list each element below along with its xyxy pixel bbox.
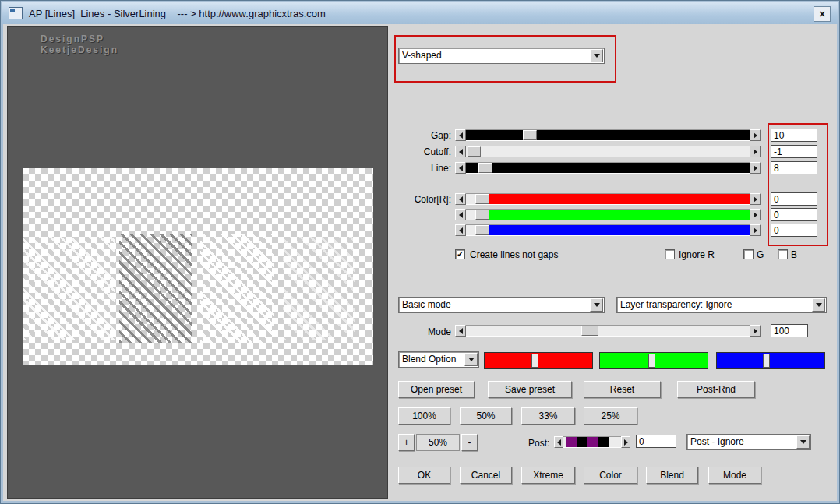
color-green-value-input[interactable]	[771, 208, 817, 221]
left-arrow-icon[interactable]	[455, 325, 466, 337]
preview-area: DesignPSP KeetjeDesign	[7, 26, 388, 499]
cutoff-value-input[interactable]	[771, 145, 817, 158]
left-arrow-icon[interactable]	[455, 224, 466, 236]
reset-button[interactable]: Reset	[584, 381, 661, 398]
color-blue-thumb[interactable]	[475, 225, 489, 235]
right-arrow-icon[interactable]	[750, 162, 761, 174]
mode-slider-track[interactable]	[466, 325, 750, 337]
left-arrow-icon[interactable]	[455, 146, 466, 157]
ok-button[interactable]: OK	[398, 467, 450, 484]
gap-value-input[interactable]	[771, 129, 817, 142]
xtreme-button[interactable]: Xtreme	[521, 467, 575, 484]
gap-slider-thumb[interactable]	[523, 130, 537, 140]
right-arrow-icon[interactable]	[750, 193, 761, 205]
color-red-track[interactable]	[466, 193, 750, 205]
gap-slider-fill	[537, 130, 750, 140]
right-arrow-icon[interactable]	[750, 129, 761, 141]
blend-red-slider[interactable]	[484, 352, 593, 369]
mode-slider[interactable]	[455, 325, 761, 337]
ignore-b-checkbox[interactable]	[778, 249, 788, 259]
line-value-input[interactable]	[771, 161, 817, 174]
color-red-slider[interactable]	[455, 193, 761, 205]
line-slider-thumb[interactable]	[478, 163, 492, 173]
post-label: Post:	[528, 438, 549, 449]
left-arrow-icon[interactable]	[455, 193, 466, 205]
right-arrow-icon[interactable]	[750, 209, 761, 220]
shape-dropdown-button[interactable]	[590, 49, 603, 62]
layer-transparency-button[interactable]	[812, 298, 825, 312]
gap-slider-track[interactable]	[466, 129, 750, 141]
cutoff-label: Cutoff:	[389, 146, 451, 157]
blend-green-slider[interactable]	[599, 352, 708, 369]
left-arrow-icon[interactable]	[455, 129, 466, 141]
right-arrow-icon[interactable]	[750, 325, 761, 337]
preview-stripes-segment-2	[119, 234, 192, 343]
mode-value-input[interactable]	[771, 324, 808, 337]
zoom-25-button[interactable]: 25%	[584, 407, 637, 425]
gap-slider[interactable]	[455, 129, 761, 141]
gap-label: Gap:	[389, 130, 451, 141]
post-mode-button[interactable]	[796, 435, 810, 449]
blend-blue-thumb[interactable]	[763, 354, 770, 368]
line-slider[interactable]	[455, 162, 761, 174]
post-slider[interactable]	[554, 436, 630, 448]
watermark-text: DesignPSP KeetjeDesign	[41, 33, 118, 55]
zoom-plus-button[interactable]: +	[398, 434, 415, 451]
color-button[interactable]: Color	[584, 467, 637, 484]
zoom-33-button[interactable]: 33%	[521, 407, 575, 425]
post-slider-segment	[566, 437, 577, 447]
color-green-thumb[interactable]	[475, 210, 489, 220]
zoom-50-button[interactable]: 50%	[460, 407, 512, 425]
blend-button[interactable]: Blend	[646, 467, 698, 484]
layer-transparency-dropdown[interactable]: Layer transparency: Ignore	[616, 297, 827, 313]
ignore-g-checkbox[interactable]	[743, 249, 754, 259]
chevron-down-icon	[816, 303, 822, 307]
cutoff-slider-thumb[interactable]	[468, 146, 481, 157]
color-blue-value-input[interactable]	[771, 224, 817, 237]
preview-stripes-segment-4	[283, 237, 355, 340]
mode-slider-thumb[interactable]	[581, 326, 598, 336]
basic-mode-button[interactable]	[590, 298, 603, 312]
left-arrow-icon[interactable]	[455, 162, 466, 174]
blend-option-button[interactable]	[464, 353, 478, 366]
close-button[interactable]: ✕	[814, 6, 831, 22]
right-arrow-icon[interactable]	[750, 146, 761, 157]
color-red-thumb[interactable]	[475, 194, 489, 204]
shape-dropdown[interactable]: V-shaped	[398, 48, 605, 64]
open-preset-button[interactable]: Open preset	[398, 381, 475, 398]
ignore-r-checkbox[interactable]	[665, 249, 675, 259]
mode-button[interactable]: Mode	[708, 467, 761, 484]
blend-blue-slider[interactable]	[716, 352, 825, 369]
color-green-slider[interactable]	[455, 209, 761, 220]
zoom-100-button[interactable]: 100%	[398, 407, 450, 425]
zoom-minus-button[interactable]: -	[461, 434, 478, 451]
basic-mode-value: Basic mode	[402, 299, 588, 310]
blend-option-value: Blend Option	[402, 354, 463, 365]
color-red-value-input[interactable]	[771, 192, 817, 206]
cutoff-slider[interactable]	[455, 146, 761, 157]
left-arrow-icon[interactable]	[554, 436, 563, 448]
create-lines-checkbox[interactable]: ✓	[455, 249, 465, 259]
color-green-track[interactable]	[466, 209, 750, 220]
basic-mode-dropdown[interactable]: Basic mode	[398, 297, 605, 313]
dialog-body: DesignPSP KeetjeDesign V-shaped Gap:	[3, 24, 837, 501]
post-slider-segment	[577, 437, 587, 447]
cancel-button[interactable]: Cancel	[460, 467, 512, 484]
color-blue-slider[interactable]	[455, 224, 761, 236]
right-arrow-icon[interactable]	[621, 436, 630, 448]
blend-green-thumb[interactable]	[648, 354, 655, 368]
cutoff-slider-track[interactable]	[466, 146, 750, 157]
blend-red-thumb[interactable]	[531, 354, 538, 368]
line-slider-track[interactable]	[466, 162, 750, 174]
color-blue-track[interactable]	[466, 224, 750, 236]
post-slider-track[interactable]	[563, 436, 621, 448]
create-lines-label: Create lines not gaps	[470, 249, 558, 260]
line-slider-fill	[492, 163, 750, 173]
post-rnd-button[interactable]: Post-Rnd	[677, 381, 755, 398]
post-mode-dropdown[interactable]: Post - Ignore	[686, 434, 811, 450]
blend-option-dropdown[interactable]: Blend Option	[398, 351, 479, 368]
save-preset-button[interactable]: Save preset	[488, 381, 572, 398]
post-value-input[interactable]	[636, 435, 676, 448]
left-arrow-icon[interactable]	[455, 209, 466, 220]
right-arrow-icon[interactable]	[750, 224, 761, 236]
